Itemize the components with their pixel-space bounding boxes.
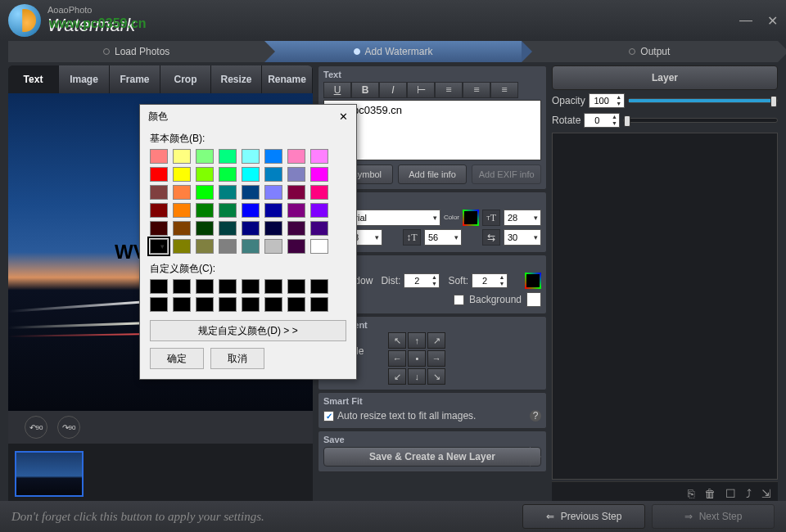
previous-step-button[interactable]: ⇐Previous Step: [522, 504, 645, 529]
tab-resize[interactable]: Resize: [211, 65, 262, 93]
color-swatch[interactable]: [310, 221, 328, 236]
color-swatch[interactable]: [196, 203, 214, 218]
custom-swatch[interactable]: [242, 297, 260, 312]
add-file-info-button[interactable]: Add file info: [398, 165, 468, 184]
layer-import-icon[interactable]: ⇲: [761, 487, 771, 500]
custom-swatch[interactable]: [287, 279, 305, 294]
color-swatch[interactable]: [219, 149, 237, 164]
color-swatch[interactable]: [196, 185, 214, 200]
rotate-slider[interactable]: [623, 118, 778, 123]
align-l[interactable]: ←: [388, 350, 406, 367]
custom-swatch[interactable]: [219, 297, 237, 312]
color-swatch[interactable]: [173, 185, 191, 200]
tab-text[interactable]: Text: [8, 65, 59, 93]
color-dialog-close-icon[interactable]: ✕: [339, 110, 348, 123]
background-checkbox[interactable]: [454, 295, 464, 305]
font-size-select[interactable]: 28: [504, 210, 541, 226]
step-add-watermark[interactable]: Add Watermark: [264, 41, 521, 62]
custom-swatch[interactable]: [196, 297, 214, 312]
align-right-button[interactable]: ≡: [490, 82, 518, 98]
layer-delete-icon[interactable]: 🗑: [704, 487, 716, 500]
color-swatch[interactable]: [264, 203, 282, 218]
color-swatch[interactable]: [173, 167, 191, 182]
custom-swatch[interactable]: [196, 279, 214, 294]
color-swatch[interactable]: [287, 167, 305, 182]
color-swatch[interactable]: [150, 185, 168, 200]
rotate-spinner[interactable]: ▲▼: [584, 113, 620, 128]
custom-swatch[interactable]: [242, 279, 260, 294]
color-swatch[interactable]: [150, 149, 168, 164]
thumbnail-1[interactable]: [15, 451, 84, 497]
spacing-b-select[interactable]: 56: [424, 229, 462, 246]
color-swatch[interactable]: [242, 203, 260, 218]
color-swatch[interactable]: [310, 167, 328, 182]
color-swatch[interactable]: [219, 167, 237, 182]
color-swatch[interactable]: [287, 239, 305, 254]
rotate-right-button[interactable]: ↷90: [57, 416, 80, 439]
save-create-layer-button[interactable]: Save & Create a New Layer: [323, 447, 541, 467]
color-swatch[interactable]: [264, 149, 282, 164]
color-swatch[interactable]: [287, 185, 305, 200]
help-icon[interactable]: ?: [530, 410, 541, 422]
color-swatch[interactable]: [150, 203, 168, 218]
color-cancel-button[interactable]: 取消: [210, 348, 264, 369]
spacing-c-select[interactable]: 30: [504, 229, 541, 246]
opacity-spinner[interactable]: ▲▼: [589, 93, 625, 108]
color-swatch[interactable]: [310, 239, 328, 254]
color-swatch[interactable]: [242, 167, 260, 182]
custom-swatch[interactable]: [287, 297, 305, 312]
color-swatch[interactable]: [310, 149, 328, 164]
rotate-left-button[interactable]: ↶90: [25, 416, 47, 439]
align-br[interactable]: ↘: [427, 368, 445, 385]
color-swatch[interactable]: [150, 239, 168, 254]
font-color-chip[interactable]: [463, 210, 479, 226]
color-swatch[interactable]: [264, 239, 282, 254]
align-c[interactable]: •: [408, 350, 426, 367]
layer-list[interactable]: [552, 133, 778, 480]
next-step-button[interactable]: ⇒Next Step: [652, 504, 775, 529]
color-swatch[interactable]: [287, 221, 305, 236]
color-swatch[interactable]: [242, 221, 260, 236]
shadow-color-chip[interactable]: [525, 273, 541, 289]
color-swatch[interactable]: [173, 221, 191, 236]
custom-swatch[interactable]: [219, 279, 237, 294]
color-swatch[interactable]: [310, 203, 328, 218]
bold-button[interactable]: B: [351, 82, 379, 98]
color-swatch[interactable]: [150, 167, 168, 182]
align-tl[interactable]: ↖: [388, 332, 406, 349]
step-output[interactable]: Output: [522, 41, 778, 62]
align-center-button[interactable]: ≡: [463, 82, 490, 98]
color-swatch[interactable]: [264, 167, 282, 182]
minimize-icon[interactable]: —: [739, 13, 752, 29]
align-left-button[interactable]: ≡: [435, 82, 463, 98]
close-icon[interactable]: ✕: [767, 13, 778, 29]
align-b[interactable]: ↓: [408, 368, 426, 385]
color-swatch[interactable]: [173, 203, 191, 218]
align-tr[interactable]: ↗: [427, 332, 445, 349]
color-swatch[interactable]: [173, 239, 191, 254]
custom-swatch[interactable]: [264, 279, 282, 294]
custom-swatch[interactable]: [173, 297, 191, 312]
step-load-photos[interactable]: Load Photos: [8, 41, 264, 62]
color-swatch[interactable]: [150, 221, 168, 236]
color-swatch[interactable]: [219, 185, 237, 200]
strike-button[interactable]: ⊢: [407, 82, 435, 98]
tab-image[interactable]: Image: [59, 65, 110, 93]
color-swatch[interactable]: [219, 221, 237, 236]
layer-export-icon[interactable]: ⤴: [746, 487, 752, 500]
color-swatch[interactable]: [242, 149, 260, 164]
tab-frame[interactable]: Frame: [110, 65, 160, 93]
color-swatch[interactable]: [264, 185, 282, 200]
color-swatch[interactable]: [287, 203, 305, 218]
color-swatch[interactable]: [196, 239, 214, 254]
align-bl[interactable]: ↙: [388, 368, 406, 385]
font-family-select[interactable]: Arial: [345, 210, 440, 226]
italic-button[interactable]: I: [379, 82, 407, 98]
custom-swatch[interactable]: [150, 297, 168, 312]
background-color-chip[interactable]: [526, 292, 541, 307]
smartfit-checkbox[interactable]: ✓: [323, 411, 334, 422]
define-custom-color-button[interactable]: 规定自定义颜色(D) > >: [150, 320, 346, 341]
opacity-slider[interactable]: [628, 98, 778, 103]
color-swatch[interactable]: [287, 149, 305, 164]
custom-swatch[interactable]: [173, 279, 191, 294]
